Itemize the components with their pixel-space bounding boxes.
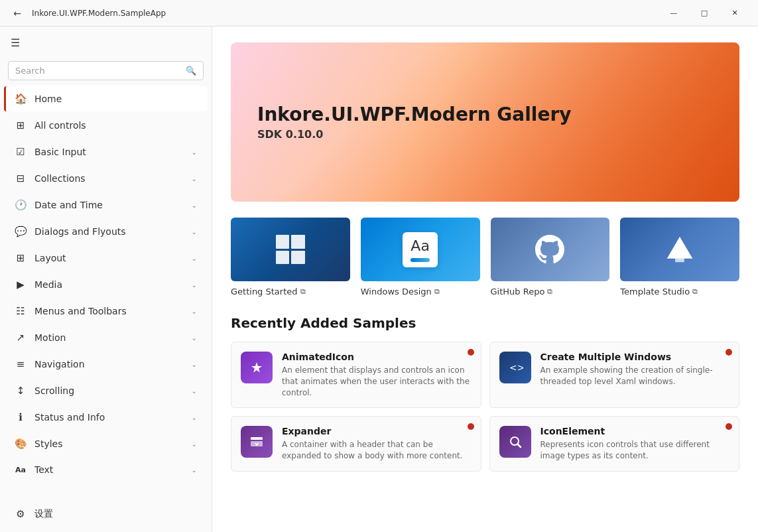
card-label-getting-started: Getting Started ⧉	[231, 287, 350, 297]
nav-label-styles: Styles	[34, 438, 184, 449]
all-controls-icon: ⊞	[15, 119, 27, 131]
search-input[interactable]	[15, 66, 182, 76]
nav-item-motion[interactable]: ↗ Motion ⌄	[4, 325, 208, 350]
expander-title: Expander	[282, 426, 472, 436]
card-github-repo[interactable]: GitHub Repo ⧉	[491, 218, 610, 297]
status-chevron: ⌄	[192, 414, 197, 421]
svg-rect-3	[251, 437, 263, 440]
quick-links-row: Getting Started ⧉ Aa Windows Design ⧉	[231, 218, 739, 297]
icon-element-desc: Represents icon controls that use differ…	[540, 439, 730, 462]
nav-item-all-controls[interactable]: ⊞ All controls	[4, 113, 208, 138]
template-icon	[665, 235, 694, 264]
multiple-windows-info: Create Multiple Windows An example showi…	[540, 352, 730, 387]
styles-chevron: ⌄	[192, 440, 197, 448]
sidebar: ☰ 🔍 🏠 Home ⊞ All controls ☑ Basic Input …	[0, 27, 212, 532]
basic-input-icon: ☑	[15, 146, 27, 158]
text-icon: Aa	[15, 466, 27, 474]
nav-label-navigation: Navigation	[34, 359, 184, 369]
hamburger-button[interactable]: ☰	[0, 27, 212, 58]
home-icon: 🏠	[15, 93, 27, 105]
nav-label-all-controls: All controls	[34, 120, 197, 131]
new-badge-animated-icon	[468, 349, 474, 356]
expander-icon	[241, 426, 273, 458]
nav-item-status[interactable]: ℹ Status and Info ⌄	[4, 405, 208, 430]
card-getting-started[interactable]: Getting Started ⧉	[231, 218, 350, 297]
nav-item-basic-input[interactable]: ☑ Basic Input ⌄	[4, 139, 208, 165]
animated-icon-desc: An element that displays and controls an…	[282, 365, 472, 398]
sample-item-animated-icon[interactable]: AnimatedIcon An element that displays an…	[231, 342, 481, 408]
hero-title: Inkore.UI.WPF.Modern Gallery	[257, 103, 713, 126]
nav-item-date-time[interactable]: 🕐 Date and Time ⌄	[4, 192, 208, 218]
nav-item-layout[interactable]: ⊞ Layout ⌄	[4, 245, 208, 271]
search-icon: 🔍	[186, 66, 196, 76]
multiple-windows-icon: <>	[499, 352, 531, 383]
animated-icon-info: AnimatedIcon An element that displays an…	[282, 352, 472, 398]
card-image-github	[491, 218, 610, 281]
icon-element-info: IconElement Represents icon controls tha…	[540, 426, 730, 462]
svg-line-6	[517, 444, 521, 448]
sample-item-expander[interactable]: Expander A container with a header that …	[231, 416, 481, 472]
card-windows-design[interactable]: Aa Windows Design ⧉	[361, 218, 480, 297]
recently-added-title: Recently Added Samples	[231, 315, 739, 331]
back-button[interactable]: ←	[8, 4, 27, 23]
animated-icon-icon	[241, 352, 273, 383]
card-image-getting-started	[231, 218, 350, 281]
card-template-studio[interactable]: Template Studio ⧉	[620, 218, 739, 297]
nav-label-motion: Motion	[34, 332, 184, 343]
app-title: Inkore.UI.WPF.Modern.SampleApp	[32, 9, 659, 18]
new-badge-expander	[468, 423, 474, 430]
nav-item-menus[interactable]: ☷ Menus and Toolbars ⌄	[4, 299, 208, 324]
navigation-icon: ≡	[15, 358, 27, 370]
minimize-button[interactable]: —	[659, 3, 689, 24]
nav-item-text[interactable]: Aa Text ⌄	[4, 458, 208, 482]
expander-info: Expander A container with a header that …	[282, 426, 472, 462]
windows-logo	[276, 235, 305, 264]
media-chevron: ⌄	[192, 281, 197, 289]
app-body: ☰ 🔍 🏠 Home ⊞ All controls ☑ Basic Input …	[0, 27, 758, 532]
card-label-windows-design: Windows Design ⧉	[361, 287, 480, 297]
collections-chevron: ⌄	[192, 175, 197, 182]
nav-item-media[interactable]: ▶ Media ⌄	[4, 272, 208, 297]
nav-item-settings[interactable]: ⚙ 设置	[4, 501, 208, 527]
motion-chevron: ⌄	[192, 334, 197, 342]
main-content: Inkore.UI.WPF.Modern Gallery SDK 0.10.0 …	[212, 27, 758, 532]
external-link-icon-3: ⧉	[547, 287, 552, 296]
nav-item-scrolling[interactable]: ↕ Scrolling ⌄	[4, 378, 208, 403]
new-badge-icon-element	[726, 423, 732, 430]
collections-icon: ⊟	[15, 172, 27, 184]
nav-item-navigation[interactable]: ≡ Navigation ⌄	[4, 352, 208, 377]
close-button[interactable]: ✕	[720, 3, 750, 24]
nav-item-styles[interactable]: 🎨 Styles ⌄	[4, 431, 208, 456]
multiple-windows-desc: An example showing the creation of singl…	[540, 365, 730, 387]
card-label-template: Template Studio ⧉	[620, 287, 739, 297]
nav-label-collections: Collections	[34, 173, 184, 184]
nav-item-home[interactable]: 🏠 Home	[4, 86, 208, 111]
nav-label-home: Home	[34, 94, 197, 104]
nav-item-collections[interactable]: ⊟ Collections ⌄	[4, 166, 208, 191]
styles-icon: 🎨	[15, 438, 27, 450]
icon-element-icon	[499, 426, 531, 458]
layout-chevron: ⌄	[192, 255, 197, 262]
card-image-windows-design: Aa	[361, 218, 480, 281]
menus-icon: ☷	[15, 305, 27, 317]
aa-bar	[411, 258, 430, 262]
nav-label-settings: 设置	[34, 508, 197, 520]
settings-icon: ⚙	[15, 508, 27, 520]
dialogs-chevron: ⌄	[192, 228, 197, 235]
expander-desc: A container with a header that can be ex…	[282, 439, 472, 462]
date-time-chevron: ⌄	[192, 202, 197, 209]
samples-grid: AnimatedIcon An element that displays an…	[231, 342, 739, 472]
sample-item-multiple-windows[interactable]: <> Create Multiple Windows An example sh…	[489, 342, 740, 408]
basic-input-chevron: ⌄	[192, 149, 197, 156]
sample-item-icon-element[interactable]: IconElement Represents icon controls tha…	[489, 416, 740, 472]
hero-banner: Inkore.UI.WPF.Modern Gallery SDK 0.10.0	[231, 42, 739, 202]
recently-added-section: Recently Added Samples AnimatedIcon An e…	[231, 315, 739, 472]
layout-icon: ⊞	[15, 252, 27, 264]
nav-label-menus: Menus and Toolbars	[34, 306, 184, 316]
nav-label-date-time: Date and Time	[34, 200, 184, 210]
hero-subtitle: SDK 0.10.0	[257, 128, 713, 141]
dialogs-icon: 💬	[15, 226, 27, 237]
svg-text:<>: <>	[509, 362, 523, 373]
maximize-button[interactable]: □	[689, 3, 720, 24]
nav-item-dialogs[interactable]: 💬 Dialogs and Flyouts ⌄	[4, 219, 208, 244]
